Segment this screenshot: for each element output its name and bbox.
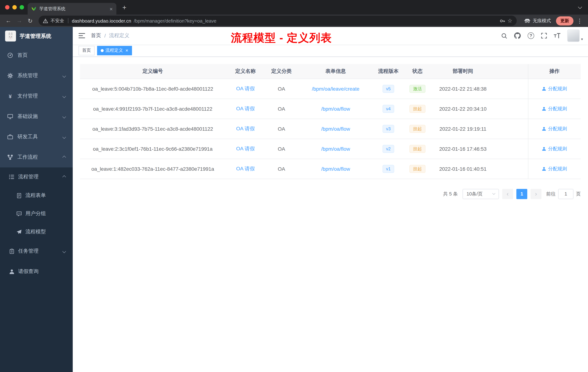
github-icon[interactable] bbox=[514, 33, 521, 39]
key-icon[interactable] bbox=[499, 18, 505, 23]
favicon-icon bbox=[31, 6, 36, 11]
sidebar-item-label: 基础设施 bbox=[17, 113, 38, 120]
status-badge: 挂起 bbox=[410, 145, 425, 153]
sidebar-item-task-management[interactable]: 任务管理 bbox=[0, 241, 73, 261]
table-row: oa_leave:3:1fad3d93-7b75-11ec-a3c8-acde4… bbox=[80, 119, 581, 139]
browser-tab[interactable]: 芋道管理系统 × bbox=[28, 3, 116, 15]
form-link[interactable]: /bpm/oa/leave/create bbox=[312, 86, 359, 92]
window-close-button[interactable] bbox=[5, 5, 10, 10]
monitor-icon bbox=[7, 114, 13, 119]
assign-rule-link[interactable]: 分配规则 bbox=[542, 85, 567, 92]
chevron-down-icon bbox=[62, 94, 66, 98]
definition-category: OA bbox=[265, 99, 297, 119]
next-page-button[interactable]: › bbox=[531, 189, 541, 199]
gear-icon bbox=[7, 73, 13, 79]
form-link[interactable]: /bpm/oa/flow bbox=[321, 126, 350, 131]
definition-name-link[interactable]: OA 请假 bbox=[236, 85, 255, 91]
sidebar-item-leave-query[interactable]: 请假查询 bbox=[0, 261, 73, 282]
hamburger-icon[interactable] bbox=[79, 33, 85, 39]
sidebar-item-infrastructure[interactable]: 基础设施 bbox=[0, 106, 73, 127]
definition-name-link[interactable]: OA 请假 bbox=[236, 125, 255, 131]
sidebar-item-label: 流程管理 bbox=[18, 174, 39, 180]
assign-rule-link[interactable]: 分配规则 bbox=[542, 105, 567, 112]
screen: 芋道管理系统 × + ← → ↻ 不安全 dashboard.yudao.ioc… bbox=[0, 0, 588, 372]
sidebar-item-label: 支付管理 bbox=[17, 93, 38, 99]
goto-page-input[interactable] bbox=[558, 189, 573, 199]
sidebar-item-user-group[interactable]: 用户分组 bbox=[0, 205, 73, 223]
sidebar-item-workflow[interactable]: 工作流程 bbox=[0, 147, 73, 167]
browser-update-button[interactable]: 更新 bbox=[556, 16, 573, 25]
form-link[interactable]: /bpm/oa/flow bbox=[321, 106, 350, 111]
app-title: 芋道管理系统 bbox=[20, 33, 51, 40]
tag-close-icon[interactable]: × bbox=[126, 48, 128, 53]
form-icon bbox=[16, 193, 22, 198]
definition-category: OA bbox=[265, 79, 297, 99]
col-definition-name: 定义名称 bbox=[225, 64, 265, 79]
window-zoom-button[interactable] bbox=[20, 5, 24, 10]
logo-avatar bbox=[5, 31, 16, 42]
assign-rule-link[interactable]: 分配规则 bbox=[542, 125, 567, 132]
fullscreen-icon[interactable] bbox=[541, 33, 547, 39]
table-row: oa_leave:1:482ec033-762a-11ec-8477-a2380… bbox=[80, 159, 581, 179]
sidebar-logo[interactable]: 芋道管理系统 bbox=[0, 27, 73, 45]
sidebar-item-label: 流程模型 bbox=[25, 229, 46, 235]
assign-rule-link[interactable]: 分配规则 bbox=[542, 145, 567, 152]
definition-id: oa_leave:5:004b710b-7b8a-11ec-8ef0-acde4… bbox=[80, 79, 225, 99]
form-link[interactable]: /bpm/oa/flow bbox=[321, 146, 350, 152]
tags-view-bar: 首页 流程定义 × bbox=[73, 44, 588, 57]
address-bar[interactable]: 不安全 dashboard.yudao.iocoder.cn /bpm/mana… bbox=[39, 16, 517, 26]
definition-category: OA bbox=[265, 119, 297, 139]
sidebar-item-system[interactable]: 系统管理 bbox=[0, 66, 73, 86]
font-size-icon[interactable] bbox=[554, 33, 560, 38]
sidebar-item-devtools[interactable]: 研发工具 bbox=[0, 127, 73, 147]
col-process-version: 流程版本 bbox=[374, 64, 403, 79]
main-area: 首页 / 流程定义 ? bbox=[73, 27, 588, 372]
chat-bubble-icon bbox=[16, 211, 22, 216]
bookmark-star-icon[interactable]: ☆ bbox=[507, 17, 512, 24]
breadcrumb-home[interactable]: 首页 bbox=[91, 33, 101, 39]
tag-home[interactable]: 首页 bbox=[79, 46, 94, 55]
reload-icon[interactable]: ↻ bbox=[25, 16, 35, 25]
form-link[interactable]: /bpm/oa/flow bbox=[321, 166, 350, 172]
current-page-button[interactable]: 1 bbox=[516, 189, 527, 199]
tag-process-definition[interactable]: 流程定义 × bbox=[97, 46, 132, 55]
definition-name-link[interactable]: OA 请假 bbox=[236, 145, 255, 151]
sidebar-item-process-management[interactable]: 流程管理 bbox=[0, 167, 73, 186]
deploy-time: 2022-01-22 21:48:38 bbox=[432, 79, 494, 99]
pagination: 共 5 条 10条/页 ‹ 1 › 前往 页 bbox=[80, 189, 581, 199]
sidebar-item-process-model[interactable]: 流程模型 bbox=[0, 223, 73, 241]
sidebar-item-label: 流程表单 bbox=[25, 192, 46, 199]
prev-page-button[interactable]: ‹ bbox=[502, 189, 513, 199]
sidebar-item-label: 研发工具 bbox=[17, 134, 38, 140]
window-minimize-button[interactable] bbox=[12, 5, 17, 10]
tab-close-icon[interactable]: × bbox=[109, 6, 113, 11]
search-icon[interactable] bbox=[501, 33, 507, 39]
browser-menu-icon[interactable]: ⋮ bbox=[575, 17, 584, 24]
status-badge: 挂起 bbox=[410, 165, 425, 173]
page-size-select[interactable]: 10条/页 bbox=[462, 189, 499, 199]
sidebar-item-process-form[interactable]: 流程表单 bbox=[0, 186, 73, 205]
col-status: 状态 bbox=[403, 64, 432, 79]
new-tab-button[interactable]: + bbox=[120, 3, 129, 12]
table-row: oa_leave:5:004b710b-7b8a-11ec-8ef0-acde4… bbox=[80, 79, 581, 99]
active-dot bbox=[101, 49, 104, 52]
definition-name-link[interactable]: OA 请假 bbox=[236, 165, 255, 171]
back-icon[interactable]: ← bbox=[4, 16, 13, 25]
chevron-down-icon bbox=[62, 249, 66, 253]
clipboard-icon bbox=[9, 248, 15, 254]
definition-name-link[interactable]: OA 请假 bbox=[236, 105, 255, 111]
col-deploy-time: 部署时间 bbox=[432, 64, 494, 79]
chevron-down-icon bbox=[62, 115, 66, 118]
help-icon[interactable]: ? bbox=[528, 33, 534, 39]
send-icon bbox=[16, 229, 22, 235]
definition-id: oa_leave:4:991f2193-7b7f-11ec-a3c8-acde4… bbox=[80, 99, 225, 119]
sidebar-item-payment[interactable]: ¥ 支付管理 bbox=[0, 86, 73, 106]
assign-rule-link[interactable]: 分配规则 bbox=[542, 165, 567, 172]
chevron-up-icon bbox=[62, 175, 66, 179]
workflow-icon bbox=[7, 154, 13, 160]
forward-icon[interactable]: → bbox=[15, 16, 24, 25]
sidebar-item-home[interactable]: 首页 bbox=[0, 45, 73, 66]
tab-search-chevron-icon[interactable] bbox=[578, 5, 582, 9]
breadcrumb: 首页 / 流程定义 bbox=[91, 33, 129, 39]
user-menu[interactable]: ▾ bbox=[567, 30, 583, 42]
